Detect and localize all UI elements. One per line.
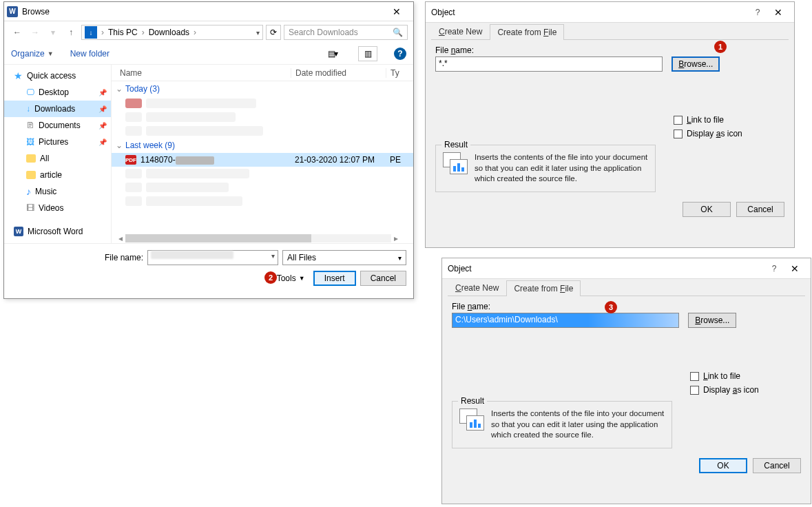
new-folder-button[interactable]: New folder: [70, 49, 110, 59]
organize-menu[interactable]: Organize▼: [11, 49, 54, 59]
file-type: PE: [386, 155, 413, 165]
close-button[interactable]: ✕: [383, 2, 410, 21]
object-titlebar: Object ? ✕: [442, 258, 811, 279]
browse-dialog: W Browse ✕ ← → ▾ ↑ ↓ › This PC › Downloa…: [3, 1, 414, 299]
sidebar-item-label: Documents: [39, 121, 81, 130]
scroll-right-icon[interactable]: ▸: [391, 234, 401, 243]
chevron-right-icon: ›: [100, 28, 105, 37]
result-legend: Result: [458, 396, 487, 406]
sidebar-item-word[interactable]: W Microsoft Word: [4, 223, 111, 240]
tab-create-new[interactable]: Create New: [448, 280, 506, 296]
up-button[interactable]: ↑: [63, 25, 79, 40]
file-name: 1148070-: [140, 155, 214, 165]
sidebar-item-quick-access[interactable]: ★ Quick access: [4, 68, 111, 84]
horizontal-scrollbar[interactable]: ◂ ▸: [116, 234, 401, 243]
object-dialog-1: Object ? ✕ CCreate Newreate New Create f…: [425, 1, 795, 248]
display-as-icon-checkbox[interactable]: Display as icon: [690, 383, 801, 397]
pin-icon: 📌: [98, 138, 107, 146]
sidebar-item-videos[interactable]: 🎞 Videos: [4, 200, 111, 216]
file-type-select[interactable]: All Files ▾: [282, 250, 406, 265]
chevron-down-icon: ▾: [398, 254, 402, 262]
group-last-week[interactable]: ⌄ Last week (9): [112, 138, 413, 153]
scroll-track[interactable]: [125, 234, 391, 242]
file-name-input[interactable]: *.*: [435, 56, 663, 72]
file-name-label: File name:: [435, 45, 784, 55]
sidebar-item-label: Microsoft Word: [28, 227, 83, 236]
cancel-button[interactable]: Cancel: [360, 271, 406, 286]
group-today[interactable]: ⌄ Today (3): [112, 81, 413, 96]
tab-create-new[interactable]: CCreate Newreate New: [431, 23, 490, 39]
scroll-thumb[interactable]: [125, 234, 311, 242]
ok-button[interactable]: OK: [699, 458, 747, 473]
help-icon[interactable]: ?: [394, 48, 406, 60]
sidebar-item-music[interactable]: ♪ Music: [4, 183, 111, 200]
browse-body: ★ Quick access 🖵 Desktop 📌 ↓ Downloads 📌…: [4, 64, 413, 243]
browse-button[interactable]: Browse...: [672, 56, 720, 72]
object-title: Object: [431, 8, 747, 17]
recent-dropdown[interactable]: ▾: [45, 25, 61, 40]
file-row-selected[interactable]: PDF 1148070- 21-03-2020 12:07 PM PE: [112, 153, 413, 167]
display-as-icon-checkbox[interactable]: Display as icon: [674, 127, 784, 141]
file-row-blurred[interactable]: [112, 180, 413, 194]
search-placeholder: Search Downloads: [289, 28, 358, 37]
scroll-left-icon[interactable]: ◂: [116, 234, 125, 243]
col-type[interactable]: Ty: [386, 68, 413, 78]
sidebar-item-label: Pictures: [39, 137, 68, 147]
file-name-input[interactable]: C:\Users\admin\Downloads\: [452, 313, 679, 328]
downloads-icon: ↓: [26, 104, 30, 114]
word-app-icon: W: [7, 6, 18, 17]
address-dropdown-icon[interactable]: ▾: [256, 29, 260, 37]
search-icon: 🔍: [393, 28, 403, 37]
music-icon: ♪: [26, 186, 31, 197]
crumb-downloads[interactable]: Downloads: [149, 28, 189, 37]
preview-pane-button[interactable]: ▥: [358, 46, 377, 61]
quick-access-star-icon: ★: [14, 70, 23, 81]
annotation-marker-3: 3: [605, 301, 617, 313]
forward-button[interactable]: →: [28, 25, 43, 40]
close-button[interactable]: ✕: [768, 7, 789, 18]
sidebar-item-label: Quick access: [27, 71, 76, 81]
pictures-icon: 🖼: [26, 137, 34, 147]
crumb-this-pc[interactable]: This PC: [108, 28, 138, 37]
file-row-blurred[interactable]: [112, 124, 413, 138]
help-button[interactable]: ?: [764, 264, 784, 273]
insert-button[interactable]: Insert: [313, 271, 356, 286]
view-details-button[interactable]: ▤▾: [322, 46, 342, 61]
cancel-button[interactable]: Cancel: [736, 202, 784, 217]
downloads-path-icon: ↓: [85, 26, 97, 39]
close-button[interactable]: ✕: [784, 263, 805, 274]
file-row-blurred[interactable]: [112, 167, 413, 180]
file-row-blurred[interactable]: [112, 194, 413, 208]
back-button[interactable]: ←: [10, 25, 25, 40]
col-name[interactable]: Name: [112, 68, 291, 78]
sidebar-item-all[interactable]: All: [4, 150, 111, 167]
sidebar-item-documents[interactable]: 🖹 Documents 📌: [4, 117, 111, 134]
sidebar-item-article[interactable]: article: [4, 167, 111, 183]
sidebar-item-label: article: [40, 170, 62, 180]
tab-create-from-file[interactable]: Create from File: [506, 280, 581, 296]
browse-button[interactable]: Browse...: [688, 313, 736, 328]
ok-button[interactable]: OK: [683, 202, 731, 217]
col-date[interactable]: Date modified: [291, 68, 386, 78]
address-bar[interactable]: ↓ › This PC › Downloads › ▾: [81, 25, 263, 40]
file-row-blurred[interactable]: [112, 96, 413, 110]
object-title: Object: [448, 264, 764, 273]
cancel-button[interactable]: Cancel: [753, 458, 801, 473]
dialog-buttons: OK Cancel: [442, 451, 811, 482]
desktop-icon: 🖵: [26, 87, 34, 97]
search-input[interactable]: Search Downloads 🔍: [284, 25, 408, 40]
file-name-label: File name:: [61, 253, 143, 262]
tools-menu[interactable]: Tools▼: [277, 273, 305, 283]
sidebar-item-pictures[interactable]: 🖼 Pictures 📌: [4, 134, 111, 150]
file-name-combo[interactable]: [147, 250, 278, 265]
sidebar-item-desktop[interactable]: 🖵 Desktop 📌: [4, 84, 111, 101]
link-to-file-checkbox[interactable]: Link to file: [690, 369, 801, 383]
help-button[interactable]: ?: [747, 8, 768, 17]
file-row-blurred[interactable]: [112, 110, 413, 124]
annotation-marker-1: 1: [714, 41, 727, 53]
file-name-label: File name:: [452, 302, 801, 311]
sidebar-item-downloads[interactable]: ↓ Downloads 📌: [4, 101, 111, 117]
tab-create-from-file[interactable]: Create from File: [490, 24, 564, 40]
refresh-button[interactable]: ⟳: [266, 25, 281, 40]
link-to-file-checkbox[interactable]: Link to file: [674, 113, 784, 127]
